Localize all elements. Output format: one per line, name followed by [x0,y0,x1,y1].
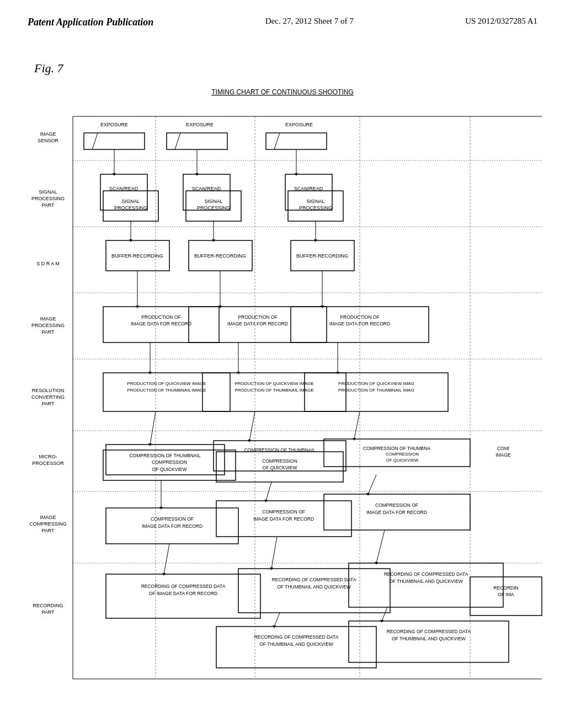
figure-label: Fig. 7 [34,61,63,76]
exposure-label-2: EXPOSURE [186,122,214,127]
row-label-res2: CONVERTING [31,394,65,400]
diagram-container: Fig. 7 TIMING CHART OF CONTINUOUS SHOOTI… [18,56,547,690]
row-label-res3: PART [41,401,55,406]
rec-bottom-box-1 [216,627,376,668]
rec-bottom-2b: OF THUMBNAIL AND QUICKVIEW [392,636,466,641]
buf-rec-label-2: BUFFER-RECORDING [194,253,246,259]
comi-label: COMI [497,446,509,451]
rec-bottom-1b: OF THUMBNAIL AND QUICKVIEW [259,641,333,647]
row-label-micro2: PROCESSOR [32,461,64,466]
rec-label-3b: OF THUMBNAIL AND QUICKVIEW [389,579,463,584]
micro-label-2b-a: COMPRESSION [262,458,297,464]
arrow-comp-rec-2 [271,537,277,569]
row-label-image-sensor: IMAGE [40,131,56,137]
micro-label-1b-a: COMPRESSION [152,459,187,465]
arrow-res-micro-2 [249,411,255,441]
rec-box-1 [106,574,260,618]
row-label-imgproc1: IMAGE [40,316,56,322]
prod-label-2b: IMAGE DATA FOR RECORD [227,321,288,326]
rec-label-1a: RECORDING OF COMPRESSED DATA [141,584,226,589]
buf-rec-label-1: BUFFER-RECORDING [111,253,163,259]
slash-1 [92,133,98,149]
row-label-image-sensor2: SENSOR [38,138,59,143]
rec-box-3 [349,563,503,607]
arrow-micro-comp-2 [266,482,271,501]
arrow-comp-rec-3 [376,530,385,563]
row-label-imgproc2: PROCESSING [31,323,65,328]
rec-bottom-1a: RECORDING OF COMPRESSED DATA [254,634,339,640]
res-conv-label-3b: PRODUCTION OF THUMBNAIL IMAG [338,388,414,393]
rec-label-2a: RECORDING OF COMPRESSED DATA [272,577,356,582]
comp-label-3a: COMPRESSION OF [375,502,418,508]
res-conv-label-1b: PRODUCTION OF THUMBNAIL IMAGE [127,388,206,393]
rec-label-1b: OF IMAGE DATA FOR RECORD [149,591,217,596]
arrow-comp-rec-1 [164,544,169,574]
timing-chart-svg: TIMING CHART OF CONTINUOUS SHOOTING IMAG… [18,83,547,690]
image-label: IMAGE [495,452,511,458]
res-conv-label-3a: PRODUCTION OF QUICKVIEW IMAG [338,381,414,386]
row-label-imgproc3: PART [41,329,55,335]
rec-label-4b: OF IMA [498,592,514,597]
comp-label-1a: COMPRESSION OF [151,516,194,522]
row-label-rec2: PART [41,609,55,615]
arrow-rec-bot-1 [274,613,280,627]
buf-rec-label-3: BUFFER-RECORDING [296,253,348,259]
header-publication-label: Patent Application Publication [28,17,153,28]
row-label-imgcomp1: IMAGE [40,515,56,520]
res-conv-label-2b: PRODUCTION OF THUMBNAIL IMAGE [234,388,313,393]
chart-title: TIMING CHART OF CONTINUOUS SHOOTING [211,88,354,96]
sig-proc-label-1a: SIGNAL [121,199,140,204]
page-header: Patent Application Publication Dec. 27, … [17,11,548,39]
row-label-signal1: SIGNAL [39,189,57,195]
header-date-sheet: Dec. 27, 2012 Sheet 7 of 7 [265,17,354,26]
comp-label-2b: IMAGE DATA FOR RECORD [253,516,314,522]
res-conv-label-2a: PRODUCTION OF QUICKVIEW IMAGE [234,381,313,386]
comp-label-1b: IMAGE DATA FOR RECORD [142,523,202,529]
rec-label-2b: OF THUMBNAIL AND QUICKVIEW [277,584,351,590]
micro-label-3a: COMPRESSION OF THUMBNA [363,446,430,451]
slash-3 [274,133,280,149]
prod-label-3b: IMAGE DATA FOR RECORD [329,321,390,326]
sig-proc-label-3b: PROCESSING [299,205,332,211]
arrow-micro-comp-3 [368,475,376,494]
arrow-rec-bot-2 [382,607,387,621]
row-label-signal3: PART [41,202,55,208]
row-label-micro1: MICRO- [39,454,57,459]
row-label-imgcomp3: PART [41,528,55,533]
micro-label-2b-b: OF QUICKVIEW [263,465,297,470]
micro-label-3b: COMPRESSION [386,452,419,457]
row-label-res1: RESOLUTION [32,388,65,393]
slash-2 [175,133,180,149]
sig-proc-label-3a: SIGNAL [306,199,324,204]
arrow-res-micro-1 [150,411,156,445]
exposure-label-1: EXPOSURE [100,122,128,127]
row-label-imgcomp2: COMPRESSING [29,521,67,527]
rec-label-3a: RECORDING OF COMPRESSED DATA [384,571,468,577]
rec-box-2 [238,569,390,613]
sig-proc-label-2a: SIGNAL [204,199,222,204]
row-label-signal2: PROCESSING [31,196,65,201]
prod-label-1a: PRODUCTION OF [141,314,180,320]
prod-label-2a: PRODUCTION OF [238,314,277,320]
sig-proc-label-1b: PROCESSING [114,205,147,211]
comp-label-3b: IMAGE DATA FOR RECORD [366,510,427,515]
header-patent-number: US 2012/0327285 A1 [465,17,537,26]
rec-bottom-box-2 [349,621,509,662]
micro-label-1b-b: OF QUICKVIEW [152,467,187,472]
page: Patent Application Publication Dec. 27, … [0,0,565,728]
row-label-rec1: RECORDING [33,603,63,608]
prod-label-1b: IMAGE DATA FOR RECORD [131,321,191,326]
comp-label-2a: COMPRESSION OF [262,509,305,515]
res-conv-label-1a: PRODUCTION OF QUICKVIEW IMAGE [127,381,206,386]
rec-label-4a: RECORDIN [493,585,518,591]
arrow-res-micro-3 [354,411,360,439]
prod-label-3a: PRODUCTION OF [340,314,379,320]
micro-label-1a: COMPRESSION OF THUMBNAIL [129,453,201,458]
micro-label-3c: OF QUICKVIEW [386,458,419,463]
exposure-label-3: EXPOSURE [285,122,313,127]
sig-proc-label-2b: PROCESSING [197,205,230,211]
row-label-sdram: S D R A M [36,261,60,266]
rec-bottom-2a: RECORDING OF COMPRESSED DATA [387,629,471,634]
